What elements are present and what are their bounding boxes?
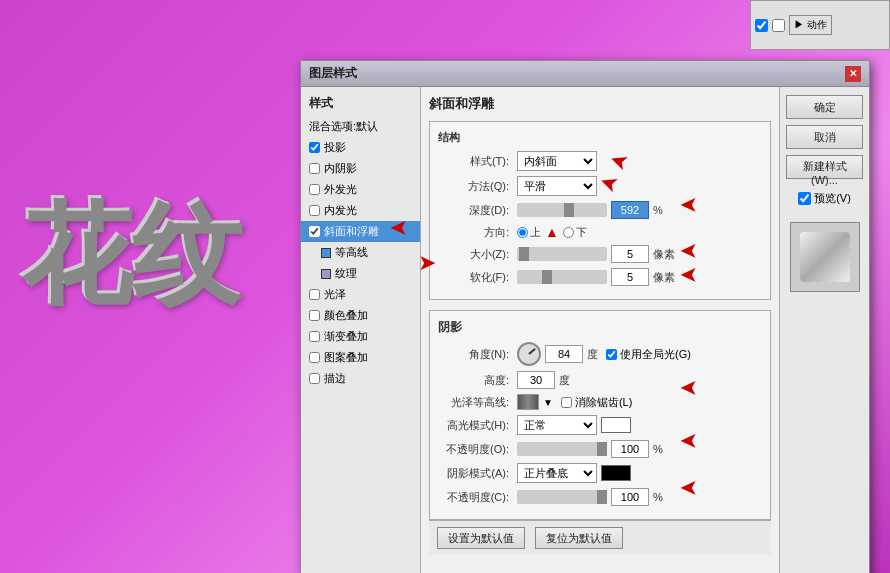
new-style-button[interactable]: 新建样式(W)... xyxy=(786,155,863,179)
direction-up-label[interactable]: 上 xyxy=(517,225,541,240)
size-input[interactable] xyxy=(611,245,649,263)
size-slider[interactable] xyxy=(517,247,607,261)
highlight-opacity-input[interactable] xyxy=(611,440,649,458)
stroke-label: 描边 xyxy=(324,371,346,386)
shading-box: 阴影 角度(N): 度 使用全局光(G) 高度: 度 xyxy=(429,310,771,520)
bevel-emboss-checkbox[interactable] xyxy=(309,226,320,237)
style-select[interactable]: 内斜面 外斜面 浮雕效果 枕状浮雕 描边浮雕 xyxy=(517,151,597,171)
preview-text: 预览(V) xyxy=(814,191,851,206)
soften-unit: 像素 xyxy=(653,270,675,285)
angle-label: 角度(N): xyxy=(438,347,513,362)
soften-input[interactable] xyxy=(611,268,649,286)
highlight-mode-select[interactable]: 正常 滤色 叠加 xyxy=(517,415,597,435)
top-checkbox2[interactable] xyxy=(772,19,785,32)
confirm-button[interactable]: 确定 xyxy=(786,95,863,119)
gradient-overlay-label: 渐变叠加 xyxy=(324,329,368,344)
preview-checkbox[interactable] xyxy=(798,192,811,205)
direction-down-text: 下 xyxy=(576,225,587,240)
altitude-row: 高度: 度 xyxy=(438,371,762,389)
inner-glow-label: 内发光 xyxy=(324,203,357,218)
anti-alias-checkbox[interactable] xyxy=(561,397,572,408)
anti-alias-label[interactable]: 消除锯齿(L) xyxy=(561,395,632,410)
arrow-depth: ➤ xyxy=(680,192,698,218)
dialog-title: 图层样式 xyxy=(309,65,357,82)
style-item-gradient-overlay[interactable]: 渐变叠加 xyxy=(301,326,420,347)
angle-input[interactable] xyxy=(545,345,583,363)
direction-up-radio[interactable] xyxy=(517,227,528,238)
drop-shadow-checkbox[interactable] xyxy=(309,142,320,153)
shadow-mode-select[interactable]: 正片叠底 正常 叠加 xyxy=(517,463,597,483)
dialog-body: 样式 混合选项:默认 投影 内阴影 外发光 内发光 斜面和 xyxy=(301,87,869,573)
texture-color xyxy=(321,269,331,279)
inner-shadow-checkbox[interactable] xyxy=(309,163,320,174)
style-item-texture[interactable]: 纹理 xyxy=(301,263,420,284)
style-item-drop-shadow[interactable]: 投影 xyxy=(301,137,420,158)
angle-dial[interactable] xyxy=(517,342,541,366)
satin-checkbox[interactable] xyxy=(309,289,320,300)
top-checkbox[interactable] xyxy=(755,19,768,32)
style-item-stroke[interactable]: 描边 xyxy=(301,368,420,389)
shadow-opacity-slider[interactable] xyxy=(517,490,607,504)
arrow-soften: ➤ xyxy=(680,262,698,288)
shadow-opacity-row: 不透明度(C): % xyxy=(438,488,762,506)
blend-options-label: 混合选项:默认 xyxy=(309,119,378,134)
cancel-button[interactable]: 取消 xyxy=(786,125,863,149)
preview-box xyxy=(790,222,860,292)
texture-label: 纹理 xyxy=(335,266,357,281)
direction-down-radio[interactable] xyxy=(563,227,574,238)
global-light-label[interactable]: 使用全局光(G) xyxy=(606,347,691,362)
buttons-panel: 确定 取消 新建样式(W)... 预览(V) xyxy=(779,87,869,573)
depth-slider[interactable] xyxy=(517,203,607,217)
blend-options-item[interactable]: 混合选项:默认 xyxy=(301,116,420,137)
action-button[interactable]: ▶ 动作 xyxy=(789,15,832,35)
direction-down-label[interactable]: 下 xyxy=(563,225,587,240)
depth-input[interactable] xyxy=(611,201,649,219)
method-select[interactable]: 平滑 雕刻清晰 雕刻柔和 xyxy=(517,176,597,196)
gloss-row: 光泽等高线: ▼ 消除锯齿(L) xyxy=(438,394,762,410)
size-row: 大小(Z): 像素 xyxy=(438,245,762,263)
contour-dropdown-icon[interactable]: ▼ xyxy=(543,397,553,408)
drop-shadow-label: 投影 xyxy=(324,140,346,155)
style-item-pattern-overlay[interactable]: 图案叠加 xyxy=(301,347,420,368)
styles-panel: 样式 混合选项:默认 投影 内阴影 外发光 内发光 斜面和 xyxy=(301,87,421,573)
bevel-emboss-label: 斜面和浮雕 xyxy=(324,224,379,239)
pattern-overlay-checkbox[interactable] xyxy=(309,352,320,363)
top-right-panel: ▶ 动作 xyxy=(750,0,890,50)
style-row: 样式(T): 内斜面 外斜面 浮雕效果 枕状浮雕 描边浮雕 xyxy=(438,151,762,171)
satin-label: 光泽 xyxy=(324,287,346,302)
style-item-inner-shadow[interactable]: 内阴影 xyxy=(301,158,420,179)
bg-chinese-text: 花纹 xyxy=(20,180,240,329)
gradient-overlay-checkbox[interactable] xyxy=(309,331,320,342)
highlight-opacity-slider[interactable] xyxy=(517,442,607,456)
inner-glow-checkbox[interactable] xyxy=(309,205,320,216)
style-item-satin[interactable]: 光泽 xyxy=(301,284,420,305)
style-item-outer-glow[interactable]: 外发光 xyxy=(301,179,420,200)
contour-preview[interactable] xyxy=(517,394,539,410)
shadow-opacity-input[interactable] xyxy=(611,488,649,506)
color-overlay-checkbox[interactable] xyxy=(309,310,320,321)
gloss-label: 光泽等高线: xyxy=(438,395,513,410)
style-label: 样式(T): xyxy=(438,154,513,169)
altitude-label: 高度: xyxy=(438,373,513,388)
outer-glow-label: 外发光 xyxy=(324,182,357,197)
highlight-color-swatch[interactable] xyxy=(601,417,631,433)
method-label: 方法(Q): xyxy=(438,179,513,194)
global-light-checkbox[interactable] xyxy=(606,349,617,360)
dialog-close-button[interactable]: ✕ xyxy=(845,66,861,82)
inner-shadow-label: 内阴影 xyxy=(324,161,357,176)
reset-default-button[interactable]: 复位为默认值 xyxy=(535,527,623,549)
main-section-title: 斜面和浮雕 xyxy=(429,95,771,113)
stroke-checkbox[interactable] xyxy=(309,373,320,384)
shadow-color-swatch[interactable] xyxy=(601,465,631,481)
outer-glow-checkbox[interactable] xyxy=(309,184,320,195)
preview-label[interactable]: 预览(V) xyxy=(786,191,863,206)
structure-box: 结构 样式(T): 内斜面 外斜面 浮雕效果 枕状浮雕 描边浮雕 方法(Q): xyxy=(429,121,771,300)
style-item-contour[interactable]: 等高线 xyxy=(301,242,420,263)
set-default-button[interactable]: 设置为默认值 xyxy=(437,527,525,549)
soften-slider[interactable] xyxy=(517,270,607,284)
altitude-input[interactable] xyxy=(517,371,555,389)
contour-label: 等高线 xyxy=(335,245,368,260)
style-item-color-overlay[interactable]: 颜色叠加 xyxy=(301,305,420,326)
arrow-size: ➤ xyxy=(680,238,698,264)
shading-title: 阴影 xyxy=(438,319,762,336)
